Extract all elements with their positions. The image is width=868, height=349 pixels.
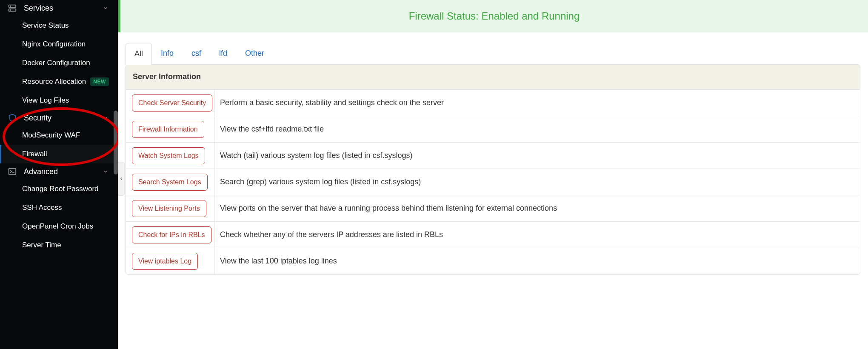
tab-label: lfd	[219, 49, 227, 57]
chevron-down-icon	[101, 5, 110, 11]
sidebar-item-openpanel-cron-jobs[interactable]: OpenPanel Cron Jobs	[0, 217, 118, 236]
content: Firewall Status: Enabled and Running All…	[118, 0, 868, 349]
row-description: Search (grep) various system log files (…	[214, 169, 860, 195]
nav-label: OpenPanel Cron Jobs	[22, 222, 93, 231]
nav-label: SSH Access	[22, 203, 62, 212]
table-row: Search System Logs Search (grep) various…	[126, 169, 860, 195]
sidebar: Services Service Status Nginx Configurat…	[0, 0, 118, 349]
sidebar-item-change-root-password[interactable]: Change Root Password	[0, 180, 118, 198]
tab-label: Other	[245, 49, 264, 57]
check-server-security-button[interactable]: Check Server Security	[132, 94, 212, 112]
sidebar-item-ssh-access[interactable]: SSH Access	[0, 198, 118, 217]
table-row: View iptables Log View the last 100 ipta…	[126, 248, 860, 274]
chevron-left-icon	[119, 177, 123, 181]
nav-label: Change Root Password	[22, 185, 99, 193]
nav-label: ModSecurity WAF	[22, 131, 80, 140]
svg-point-3	[10, 10, 11, 10]
chevron-down-icon	[101, 115, 110, 121]
firewall-information-button[interactable]: Firewall Information	[132, 121, 204, 138]
nav-label: Docker Configuration	[22, 59, 90, 67]
server-info-panel: Server Information Check Server Security…	[126, 64, 860, 275]
tab-bar: All Info csf lfd Other	[118, 43, 868, 64]
sidebar-section-services[interactable]: Services	[0, 0, 118, 16]
panel-title: Server Information	[126, 64, 860, 89]
row-description: View the csf+lfd readme.txt file	[214, 116, 860, 142]
tab-label: Info	[161, 49, 174, 57]
terminal-icon	[8, 167, 17, 176]
firewall-status-banner: Firewall Status: Enabled and Running	[118, 0, 868, 32]
nav-label: Firewall	[22, 150, 47, 158]
tab-label: csf	[191, 49, 201, 57]
search-system-logs-button[interactable]: Search System Logs	[132, 174, 208, 191]
server-icon	[8, 3, 17, 13]
sidebar-item-nginx-config[interactable]: Nginx Configuration	[0, 35, 118, 54]
view-iptables-log-button[interactable]: View iptables Log	[132, 253, 198, 270]
shield-icon	[8, 113, 17, 123]
sidebar-item-docker-config[interactable]: Docker Configuration	[0, 54, 118, 72]
nav-label: Nginx Configuration	[22, 40, 86, 49]
sidebar-item-view-log-files[interactable]: View Log Files	[0, 91, 118, 110]
nav-label: Resource Allocation	[22, 77, 86, 86]
svg-point-2	[10, 6, 11, 6]
tab-all[interactable]: All	[126, 43, 152, 65]
tab-label: All	[134, 49, 143, 58]
nav-label: Server Time	[22, 241, 61, 249]
row-description: View ports on the server that have a run…	[214, 195, 860, 221]
watch-system-logs-button[interactable]: Watch System Logs	[132, 147, 205, 164]
tab-info[interactable]: Info	[152, 43, 183, 64]
section-label: Security	[24, 114, 94, 123]
row-description: Watch (tail) various system log files (l…	[214, 143, 860, 169]
chevron-down-icon	[101, 169, 110, 174]
table-row: Check Server Security Perform a basic se…	[126, 89, 860, 116]
table-row: Watch System Logs Watch (tail) various s…	[126, 142, 860, 169]
tab-lfd[interactable]: lfd	[210, 43, 236, 64]
check-ips-rbls-button[interactable]: Check for IPs in RBLs	[132, 226, 211, 243]
table-row: Check for IPs in RBLs Check whether any …	[126, 221, 860, 248]
status-text: Firewall Status: Enabled and Running	[409, 10, 580, 22]
view-listening-ports-button[interactable]: View Listening Ports	[132, 200, 206, 217]
row-description: Perform a basic security, stability and …	[214, 90, 860, 116]
sidebar-item-firewall[interactable]: Firewall	[0, 145, 118, 163]
table-row: Firewall Information View the csf+lfd re…	[126, 116, 860, 142]
tab-csf[interactable]: csf	[183, 43, 210, 64]
sidebar-item-server-time[interactable]: Server Time	[0, 236, 118, 255]
sidebar-section-advanced[interactable]: Advanced	[0, 163, 118, 180]
nav-label: View Log Files	[22, 96, 69, 105]
svg-rect-4	[9, 169, 16, 175]
new-badge: NEW	[90, 77, 109, 86]
sidebar-scrollbar[interactable]	[113, 0, 118, 349]
section-label: Services	[24, 4, 94, 13]
sidebar-section-security[interactable]: Security	[0, 110, 118, 126]
sidebar-item-modsecurity-waf[interactable]: ModSecurity WAF	[0, 126, 118, 145]
sidebar-item-service-status[interactable]: Service Status	[0, 16, 118, 35]
sidebar-item-resource-allocation[interactable]: Resource Allocation NEW	[0, 72, 118, 91]
nav-label: Service Status	[22, 21, 69, 30]
scrollbar-thumb[interactable]	[114, 111, 118, 174]
sidebar-collapse-handle[interactable]	[118, 162, 125, 196]
section-label: Advanced	[24, 167, 94, 176]
tab-other[interactable]: Other	[236, 43, 273, 64]
row-description: Check whether any of the servers IP addr…	[214, 222, 860, 248]
row-description: View the last 100 iptables log lines	[214, 248, 860, 274]
table-row: View Listening Ports View ports on the s…	[126, 195, 860, 221]
